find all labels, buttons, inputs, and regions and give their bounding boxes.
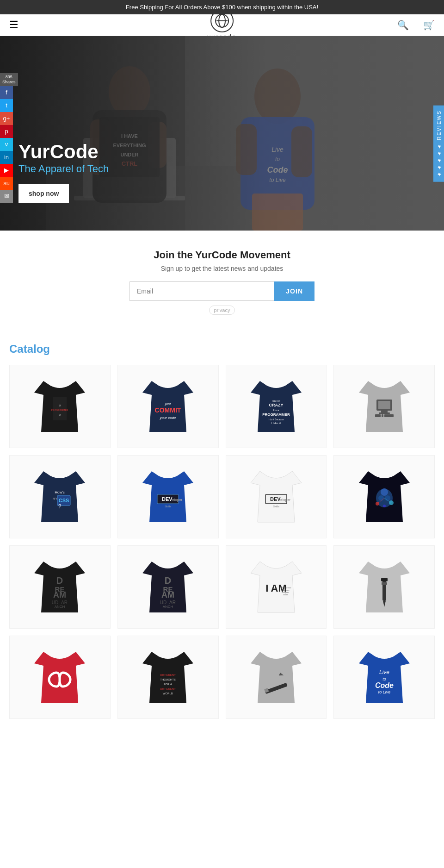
svg-text:coder: coder [283,593,288,596]
product-grid: CODE /// PROGRAMMER /// just COMMIT your… [9,365,435,719]
shop-now-button[interactable]: shop now [18,184,69,203]
social-share-count: 895 Shares [0,73,18,86]
share-label: Shares [2,80,16,85]
product-card-16[interactable]: Live to Code to Live [333,636,435,719]
cart-icon[interactable]: 🛒 [423,19,435,31]
svg-text:ANCH: ANCH [163,605,173,609]
catalog-section: Catalog CODE /// PROGRAMMER /// just [0,333,444,728]
hero-title: YurCode [18,141,109,163]
svg-text:WORLD: WORLD [163,692,173,695]
newsletter-section: Join the YurCode Movement Sign up to get… [0,231,444,333]
svg-text:MY: MY [53,497,58,500]
svg-rect-88 [381,578,388,581]
svg-rect-42 [378,401,390,409]
svg-rect-45 [375,414,381,417]
svg-text:PROGRAMMER: PROGRAMMER [51,409,68,412]
hero-content: YurCode The Apparel of Tech shop now [18,141,109,203]
product-card-5[interactable]: How's MY CSS ? [9,455,111,538]
facebook-button[interactable]: f [0,86,13,99]
svg-text:CSS: CSS [59,498,69,503]
product-card-15[interactable] [226,636,327,719]
social-sidebar: 895 Shares f t g+ p v in ▶ su ✉ [0,73,18,203]
svg-text:D: D [165,575,171,586]
svg-rect-47 [384,414,394,417]
svg-text:Code: Code [375,681,394,689]
catalog-title: Catalog [9,343,435,356]
header: ☰ yurcode 🔍 🛒 [0,14,444,36]
logo-icon [210,9,234,32]
reviews-tab[interactable]: ★★★★★ REVIEWS [433,106,444,182]
newsletter-form: JOIN [130,281,314,301]
product-card-4[interactable] [333,365,435,448]
svg-text:How's: How's [55,490,65,494]
product-card-12[interactable] [333,545,435,629]
svg-text:DEV: DEV [270,496,281,502]
googleplus-button[interactable]: g+ [0,112,13,125]
svg-text:D: D [56,575,63,586]
svg-text:///: /// [59,413,61,416]
svg-text:Skills: Skills [273,505,279,508]
svg-text:eloper: eloper [172,498,183,502]
product-card-11[interactable]: I AM a programmer developer designer cod… [226,545,327,629]
menu-button[interactable]: ☰ [9,19,18,31]
email-share-button[interactable]: ✉ [0,190,13,203]
svg-text:I Like It!: I Like It! [271,422,281,425]
svg-text:your code: your code [160,416,177,420]
svg-rect-89 [382,582,387,585]
product-card-10[interactable]: D RE AM UD AR ANCH [117,545,219,629]
newsletter-title: Join the YurCode Movement [9,249,435,261]
linkedin-button[interactable]: in [0,151,13,164]
email-input[interactable] [130,281,274,301]
product-card-1[interactable]: CODE /// PROGRAMMER /// [9,365,111,448]
svg-text:FOR A: FOR A [164,683,172,686]
product-card-8[interactable] [333,455,435,538]
newsletter-subtitle: Sign up to get the latest news and updat… [9,265,435,272]
join-button[interactable]: JOIN [274,281,314,301]
share-number: 895 [2,75,16,80]
product-card-6[interactable]: DEV eloper Skills [117,455,219,538]
svg-point-62 [381,488,388,496]
svg-text:AM: AM [53,590,66,599]
svg-text:COMMIT: COMMIT [155,406,181,414]
svg-text:just: just [165,402,171,406]
header-divider [416,19,416,31]
header-actions: 🔍 🛒 [397,19,435,31]
svg-text:DEV: DEV [162,496,173,502]
menu-icon: ☰ [9,19,18,31]
svg-text:to: to [382,677,386,681]
svg-text:AM: AM [161,590,174,599]
hero-subtitle: The Apparel of Tech [18,163,109,175]
svg-text:I'm a: I'm a [273,409,279,412]
svg-point-66 [383,505,386,507]
product-card-9[interactable]: D RE AM UD AR ANCH [9,545,111,629]
svg-text:I'm not: I'm not [272,400,280,402]
svg-text:CRAZY: CRAZY [269,403,283,407]
reviews-label: REVIEWS [436,110,442,140]
pinterest-button[interactable]: p [0,125,13,138]
svg-text:eloper: eloper [280,498,291,502]
product-card-7[interactable]: DEV eloper Skills [226,455,327,538]
svg-text:to Live: to Live [378,690,390,694]
reviews-star: ★★★★★ [436,143,442,177]
stumbleupon-button[interactable]: su [0,177,13,190]
youtube-button[interactable]: ▶ [0,164,13,177]
privacy-link[interactable]: privacy [209,306,235,315]
svg-text:I do it Because: I do it Because [268,418,284,421]
product-card-3[interactable]: I'm not CRAZY I'm a PROGRAMMER I do it B… [226,365,327,448]
product-card-2[interactable]: just COMMIT your code [117,365,219,448]
svg-point-63 [378,495,384,501]
product-card-14[interactable]: DIFFERENT THOUGHTS FOR A DIFFERENT WORLD [117,636,219,719]
product-card-13[interactable] [9,636,111,719]
svg-text:PROGRAMMER: PROGRAMMER [262,412,290,417]
svg-text:///: /// [59,404,61,407]
svg-text:?: ? [58,503,62,510]
svg-text:ANCH: ANCH [55,605,65,609]
search-icon[interactable]: 🔍 [397,19,409,31]
vimeo-button[interactable]: v [0,138,13,151]
twitter-button[interactable]: t [0,99,13,112]
svg-text:DIFFERENT: DIFFERENT [160,687,176,690]
svg-rect-44 [379,412,390,414]
hero-banner: I HAVE EVERYTHING UNDER CTRL Live to Cod… [0,36,444,231]
svg-text:Skills: Skills [165,505,171,508]
svg-text:THOUGHTS: THOUGHTS [160,678,176,681]
